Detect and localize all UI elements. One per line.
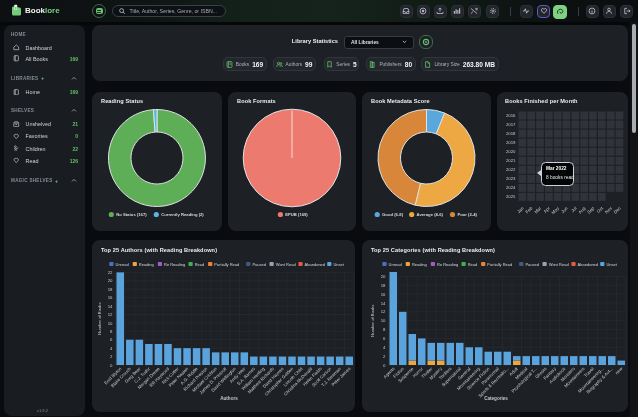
svg-text:2: 2 <box>383 354 386 359</box>
svg-text:Read: Read <box>195 262 205 267</box>
svg-text:8: 8 <box>383 327 386 332</box>
svg-text:Partially Read: Partially Read <box>214 262 239 267</box>
svg-text:Paused: Paused <box>525 262 539 267</box>
svg-text:16: 16 <box>108 295 113 300</box>
svg-text:Abandoned: Abandoned <box>305 262 325 267</box>
svg-text:0: 0 <box>110 363 113 368</box>
svg-text:16: 16 <box>381 292 386 297</box>
svg-text:Reading: Reading <box>412 262 427 267</box>
svg-text:Number of Books: Number of Books <box>371 305 376 337</box>
svg-text:Unset: Unset <box>606 262 617 267</box>
svg-text:4: 4 <box>110 346 113 351</box>
svg-text:Categories: Categories <box>484 396 508 401</box>
svg-text:10: 10 <box>381 318 386 323</box>
svg-text:22: 22 <box>108 270 113 275</box>
svg-text:Authors: Authors <box>220 396 238 401</box>
svg-text:12: 12 <box>108 312 113 317</box>
svg-text:Number of Books: Number of Books <box>98 303 103 335</box>
svg-text:Partially Read: Partially Read <box>487 262 512 267</box>
svg-text:Paused: Paused <box>252 262 266 267</box>
svg-text:new: new <box>614 366 624 376</box>
svg-text:Re Reading: Re Reading <box>164 262 185 267</box>
svg-text:2: 2 <box>110 354 113 359</box>
svg-text:14: 14 <box>108 304 113 309</box>
svg-text:Unread: Unread <box>389 262 402 267</box>
svg-text:18: 18 <box>381 283 386 288</box>
svg-text:12: 12 <box>381 309 386 314</box>
svg-text:20: 20 <box>108 278 113 283</box>
svg-text:Re Reading: Re Reading <box>437 262 458 267</box>
svg-text:4: 4 <box>383 345 386 350</box>
svg-text:Wont Read: Wont Read <box>549 262 569 267</box>
svg-text:6: 6 <box>383 336 386 341</box>
svg-text:0: 0 <box>383 363 386 368</box>
svg-text:18: 18 <box>108 287 113 292</box>
svg-text:8: 8 <box>110 329 113 334</box>
svg-text:Wont Read: Wont Read <box>276 262 296 267</box>
svg-text:6: 6 <box>110 337 113 342</box>
svg-text:Abandoned: Abandoned <box>578 262 598 267</box>
svg-text:Unread: Unread <box>116 262 129 267</box>
svg-text:Read: Read <box>468 262 478 267</box>
svg-text:Unset: Unset <box>333 262 344 267</box>
svg-text:14: 14 <box>381 301 386 306</box>
svg-text:10: 10 <box>108 321 113 326</box>
svg-text:Reading: Reading <box>139 262 154 267</box>
svg-text:20: 20 <box>381 274 386 279</box>
